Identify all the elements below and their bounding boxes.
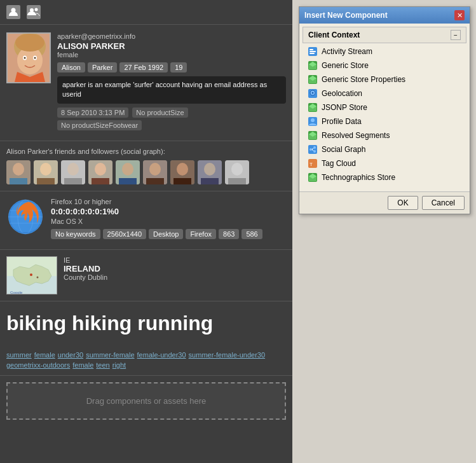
meta-footwear: No productSizeFootwear: [57, 120, 142, 130]
geolocation-icon: [308, 88, 318, 99]
segment-female-under30[interactable]: female-under30: [137, 351, 186, 359]
dialog-item-geolocation[interactable]: Geolocation: [303, 86, 466, 100]
dialog-close-button[interactable]: ✕: [454, 10, 465, 20]
tag-cloud-icon: T: [308, 158, 318, 169]
segment-female2[interactable]: female: [72, 361, 93, 369]
dialog-items-list: Activity Stream Generic Store: [303, 45, 466, 184]
generic-store-label: Generic Store: [322, 61, 369, 70]
dialog-item-resolved-segments[interactable]: Resolved Segments: [303, 128, 466, 142]
tag-cloud-label: Tag Cloud: [322, 159, 356, 168]
right-panel: Insert New Component ✕ Client Context − …: [292, 0, 476, 463]
cancel-button[interactable]: Cancel: [422, 196, 465, 210]
friend-avatar-1: [6, 160, 31, 184]
svg-point-15: [40, 163, 51, 176]
svg-point-24: [122, 163, 133, 176]
browser-ip: 0:0:0:0:0:0:0:1%0: [51, 207, 286, 216]
friend-avatar-5: [116, 160, 140, 184]
dialog-item-tag-cloud[interactable]: T Tag Cloud: [303, 156, 466, 170]
svg-rect-16: [37, 178, 55, 184]
svg-point-45: [30, 273, 32, 276]
map-thumbnail: Google: [6, 256, 57, 294]
friend-avatar-7: [170, 160, 194, 184]
tag-resolution: 2560x1440: [103, 229, 146, 239]
activity-stream-label: Activity Stream: [322, 47, 372, 56]
segment-teen[interactable]: teen: [96, 361, 109, 369]
dialog-item-generic-store-props[interactable]: Generic Store Properties: [303, 73, 466, 86]
svg-point-60: [312, 92, 314, 94]
jsonp-store-icon: [308, 102, 318, 113]
profile-tags-row: Alison Parker 27 Feb 1992 19: [57, 62, 286, 73]
friends-row: [6, 160, 286, 184]
svg-point-18: [67, 163, 79, 176]
resolved-segments-label: Resolved Segments: [322, 131, 390, 140]
tag-browser: Firefox: [186, 229, 216, 239]
svg-point-12: [13, 163, 24, 176]
dialog-item-technographics[interactable]: Technographics Store: [303, 170, 466, 184]
svg-point-46: [37, 276, 39, 278]
svg-rect-19: [64, 178, 82, 184]
avatar: [6, 32, 51, 83]
dialog-titlebar: Insert New Component ✕: [299, 7, 470, 24]
svg-point-8: [24, 57, 26, 59]
segment-female[interactable]: female: [34, 351, 55, 359]
svg-rect-34: [201, 178, 219, 184]
segments-section: summer female under30 summer-female fema…: [0, 348, 292, 376]
tag-keywords: No keywords: [51, 229, 100, 239]
segment-geometrixx-outdoors[interactable]: geometrixx-outdoors: [6, 361, 70, 369]
friend-avatar-2: [34, 160, 58, 184]
profile-meta-row: 8 Sep 2010 3:13 PM No productSize: [57, 107, 286, 118]
svg-rect-28: [146, 178, 164, 184]
tag-lastname: Parker: [88, 62, 117, 73]
browser-os: Mac OS X: [51, 218, 286, 225]
svg-point-27: [149, 163, 161, 176]
friend-avatar-8: [198, 160, 222, 184]
user-icon[interactable]: [6, 5, 20, 19]
segment-summer-female[interactable]: summer-female: [86, 351, 134, 359]
dialog-footer: OK Cancel: [299, 191, 470, 214]
location-country: IRELAND: [64, 264, 286, 273]
social-section: Alison Parker's friends and followers (s…: [0, 141, 292, 191]
svg-point-30: [177, 163, 188, 176]
svg-rect-50: [309, 51, 316, 52]
svg-point-2: [35, 8, 38, 11]
svg-rect-49: [309, 49, 313, 50]
dialog-body: Client Context − Activity Stream: [299, 24, 470, 191]
profile-name: ALISON PARKER: [57, 41, 286, 51]
tag-platform: Desktop: [149, 229, 183, 239]
segment-summer[interactable]: summer: [6, 351, 32, 359]
social-label: Alison Parker's friends and followers (s…: [6, 148, 286, 155]
svg-point-65: [311, 118, 315, 122]
geolocation-label: Geolocation: [322, 89, 362, 98]
svg-point-33: [204, 163, 215, 176]
collapse-button[interactable]: −: [451, 30, 461, 40]
ok-button[interactable]: OK: [388, 196, 418, 210]
dialog-item-generic-store[interactable]: Generic Store: [303, 59, 466, 73]
group-icon[interactable]: [27, 5, 41, 19]
location-code: IE: [64, 256, 286, 264]
resolved-segments-icon: [308, 130, 318, 141]
profile-email: aparker@geometrixx.info: [57, 32, 286, 40]
svg-rect-25: [119, 178, 137, 184]
friend-avatar-4: [88, 160, 112, 184]
segment-right[interactable]: right: [112, 361, 126, 369]
dialog-item-social-graph[interactable]: Social Graph: [303, 142, 466, 156]
friend-avatar-6: [143, 160, 167, 184]
profile-data-label: Profile Data: [322, 117, 362, 126]
meta-productsize: No productSize: [132, 107, 187, 118]
svg-rect-37: [228, 178, 246, 184]
segment-summer-female-under30[interactable]: summer-female-under30: [189, 351, 265, 359]
svg-rect-13: [10, 178, 27, 184]
segment-under30[interactable]: under30: [58, 351, 83, 359]
profile-data-icon: [308, 116, 318, 127]
drag-drop-zone[interactable]: Drag components or assets here: [6, 382, 286, 420]
dialog-section-label: Client Context: [308, 31, 360, 39]
activity-stream-icon: [308, 46, 318, 57]
dialog-item-profile-data[interactable]: Profile Data: [303, 114, 466, 128]
tag-age: 19: [170, 62, 187, 73]
dialog-item-activity-stream[interactable]: Activity Stream: [303, 45, 466, 59]
dialog-item-jsonp-store[interactable]: JSONP Store: [303, 100, 466, 114]
keywords-section: biking hiking running: [0, 301, 292, 348]
dialog-section-header: Client Context −: [303, 27, 466, 43]
generic-store-props-icon: [308, 74, 318, 85]
left-panel: aparker@geometrixx.info ALISON PARKER fe…: [0, 0, 292, 463]
